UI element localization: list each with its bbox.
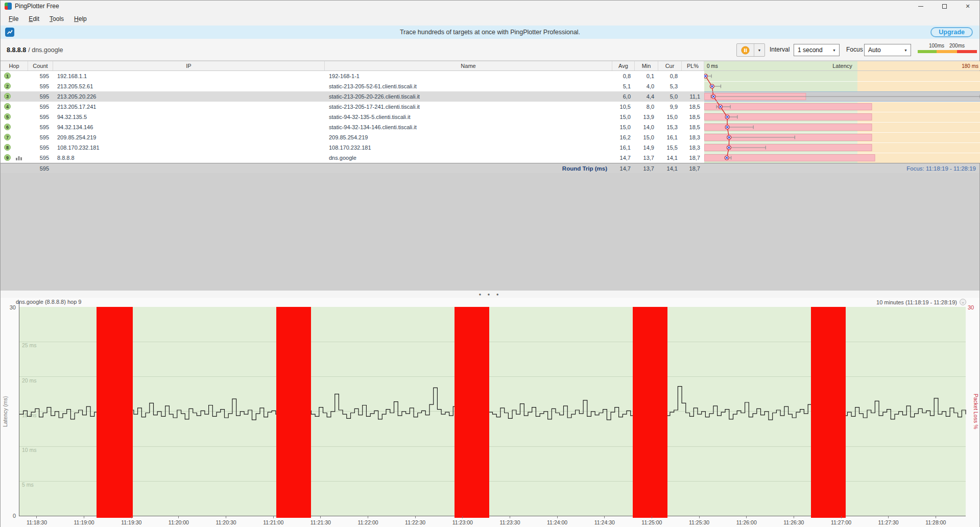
legend-red-segment: [957, 50, 977, 53]
x-axis-time-label: 11:21:00: [263, 519, 283, 525]
interval-select[interactable]: 1 second ▼: [794, 44, 840, 56]
cur-cell: 0,8: [658, 71, 682, 81]
minimize-button[interactable]: [909, 1, 933, 12]
count-cell: 595: [28, 91, 53, 102]
avg-cell: 15,0: [612, 112, 635, 122]
table-row-hop-7[interactable]: 7595209.85.254.219209.85.254.21916,215,0…: [1, 132, 979, 142]
menu-help[interactable]: Help: [69, 13, 92, 25]
pingplotter-window: PingPlotter Free ✕ FileEditToolsHelp Tra…: [0, 0, 980, 527]
menu-edit[interactable]: Edit: [23, 13, 44, 25]
table-row-hop-8[interactable]: 8595108.170.232.181108.170.232.18116,114…: [1, 142, 979, 153]
title-bar[interactable]: PingPlotter Free ✕: [1, 1, 979, 12]
hop-cell: 2: [1, 81, 28, 91]
round-trip-row: 595 Round Trip (ms) 14,7 13,7 14,1 18,7 …: [1, 163, 979, 173]
splitter-grip-dots: ● ● ●: [479, 292, 501, 297]
x-axis-time-label: 11:25:00: [641, 519, 662, 525]
x-axis-time-label: 11:24:30: [594, 519, 615, 525]
header-cur: Cur: [658, 61, 682, 70]
min-cell: 4,0: [635, 81, 658, 91]
latency-cell: [704, 132, 980, 142]
y-axis-title: Latency (ms): [2, 396, 8, 427]
y2-axis-title: Packet Loss %: [973, 394, 979, 429]
avg-cell: 16,2: [612, 132, 635, 142]
panel-splitter[interactable]: ● ● ●: [1, 291, 979, 298]
svg-text:20 ms: 20 ms: [22, 377, 37, 384]
pause-menu-arrow-button[interactable]: ▼: [754, 44, 764, 56]
table-header: Hop Count IP Name Avg Min Cur PL% 0 ms L…: [1, 61, 979, 71]
latency-column-title: Latency: [832, 63, 852, 69]
table-row-hop-1[interactable]: 1595192.168.1.1192-168-1-10,80,10,8: [1, 71, 979, 81]
avg-cell: 5,1: [612, 81, 635, 91]
pingplotter-logo-icon: [5, 28, 14, 37]
menu-file[interactable]: File: [4, 13, 23, 25]
hop-number-badge: 5: [4, 113, 11, 120]
focus-select[interactable]: Auto ▼: [864, 44, 911, 56]
legend-200ms-label: 200ms: [949, 43, 965, 49]
pause-button[interactable]: [737, 44, 754, 56]
min-cell: 13,9: [635, 112, 658, 122]
ip-cell: 213.205.17.241: [53, 102, 325, 112]
pl-cell: 18,3: [682, 142, 704, 153]
table-row-hop-6[interactable]: 659594.32.134.146static-94-32-134-146.cl…: [1, 122, 979, 132]
x-axis-time-label: 11:27:30: [878, 519, 899, 525]
name-cell: dns.google: [325, 153, 612, 163]
header-pl: PL%: [682, 61, 704, 70]
table-row-hop-4[interactable]: 4595213.205.17.241static-213-205-17-241.…: [1, 102, 979, 112]
min-cell: 4,4: [635, 91, 658, 102]
upgrade-button[interactable]: Upgrade: [930, 27, 973, 37]
menu-tools[interactable]: Tools: [44, 13, 69, 25]
ip-cell: 213.205.20.226: [53, 91, 325, 102]
table-row-hop-5[interactable]: 559594.32.135.5static-94-32-135-5.client…: [1, 112, 979, 122]
header-ip: IP: [53, 61, 325, 70]
cur-cell: 16,1: [658, 132, 682, 142]
pl-cell: [682, 81, 704, 91]
pause-icon: [741, 46, 750, 55]
latency-cell: [704, 71, 980, 81]
close-button[interactable]: ✕: [956, 1, 979, 12]
x-axis-time-label: 11:27:00: [831, 519, 851, 525]
name-cell: 108.170.232.181: [325, 142, 612, 153]
avg-cell: 15,0: [612, 122, 635, 132]
hop-cell: 3: [1, 91, 28, 102]
count-cell: 595: [28, 153, 53, 163]
name-cell: 209.85.254.219: [325, 132, 612, 142]
ip-cell: 108.170.232.181: [53, 142, 325, 153]
svg-text:15 ms: 15 ms: [22, 412, 37, 418]
pl-cell: 18,5: [682, 122, 704, 132]
min-cell: 0,1: [635, 71, 658, 81]
hop-cell: 4: [1, 102, 28, 112]
close-icon: ✕: [965, 3, 970, 10]
hop-cell: 8: [1, 142, 28, 153]
pl-cell: 18,3: [682, 132, 704, 142]
window-controls: ✕: [909, 1, 979, 12]
svg-text:10 ms: 10 ms: [22, 447, 37, 453]
ip-cell: 192.168.1.1: [53, 71, 325, 81]
min-cell: 15,0: [635, 132, 658, 142]
x-axis-time-label: 11:21:30: [310, 519, 331, 525]
timeline-chart[interactable]: 5 ms10 ms15 ms20 ms25 ms11:18:3011:19:00…: [1, 298, 980, 527]
latency-scale-max: 180 ms: [962, 63, 978, 69]
avg-cell: 0,8: [612, 71, 635, 81]
round-trip-count: 595: [28, 163, 53, 173]
x-axis-time-label: 11:20:00: [169, 519, 189, 525]
minimize-icon: [918, 6, 923, 7]
pl-cell: 18,7: [682, 153, 704, 163]
table-row-hop-2[interactable]: 2595213.205.52.61static-213-205-52-61.cl…: [1, 81, 979, 91]
menu-bar: FileEditToolsHelp: [1, 12, 979, 26]
cur-cell: 15,0: [658, 112, 682, 122]
count-cell: 595: [28, 112, 53, 122]
cur-cell: 14,1: [658, 153, 682, 163]
legend-gradient-bar: [918, 50, 977, 53]
latency-cell: [704, 102, 980, 112]
table-row-hop-3[interactable]: 3595213.205.20.226static-213-205-20-226.…: [1, 91, 979, 102]
header-name: Name: [325, 61, 612, 70]
count-cell: 595: [28, 71, 53, 81]
latency-cell: [704, 142, 980, 153]
maximize-button[interactable]: [933, 1, 956, 12]
trace-table-body: 1595192.168.1.1192-168-1-10,80,10,825952…: [1, 71, 979, 163]
x-axis-time-label: 11:22:30: [405, 519, 425, 525]
hop-number-badge: 6: [4, 124, 11, 130]
ip-cell: 209.85.254.219: [53, 132, 325, 142]
y-axis-max: 30: [10, 304, 16, 310]
table-row-hop-9[interactable]: 95958.8.8.8dns.google14,713,714,118,7: [1, 153, 979, 163]
